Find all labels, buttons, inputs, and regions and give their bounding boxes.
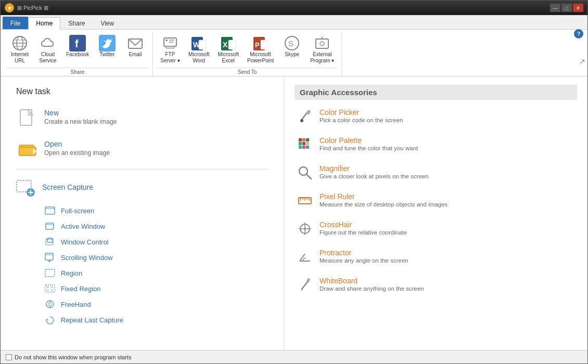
capture-fullscreen[interactable]: Full-screen [42, 203, 268, 218]
excel-label: MicrosoftExcel [218, 51, 239, 64]
svg-text:f: f [75, 38, 79, 49]
svg-rect-31 [19, 145, 25, 148]
new-task-item[interactable]: New Create a new blank image [16, 107, 268, 129]
protractor-text: Protractor Measure any angle on the scre… [319, 249, 575, 264]
svg-rect-16 [199, 40, 206, 49]
capture-region[interactable]: Region [42, 265, 268, 281]
protractor-desc: Measure any angle on the screen [319, 257, 575, 264]
ribbon-email[interactable]: Email [122, 34, 148, 59]
svg-rect-67 [299, 146, 302, 149]
color-picker-icon [297, 108, 313, 125]
pixel-ruler-item[interactable]: Pixel Ruler Measure the size of desktop … [295, 190, 577, 211]
svg-point-59 [300, 119, 303, 122]
crosshair-name: CrossHair [319, 220, 575, 229]
ribbon-external[interactable]: ExternalProgram ▾ [307, 34, 337, 65]
svg-rect-69 [306, 146, 309, 149]
ribbon-powerpoint[interactable]: P MicrosoftPowerPoint [244, 34, 277, 65]
color-palette-desc: Find and tune the color that you want [319, 145, 575, 151]
fullscreen-label: Full-screen [61, 207, 94, 215]
powerpoint-label: MicrosoftPowerPoint [247, 51, 274, 64]
svg-rect-66 [306, 142, 309, 145]
powerpoint-icon: P [252, 35, 269, 51]
main-content: New task New Create a new blank image Op… [1, 76, 587, 350]
color-picker-item[interactable]: Color Picker Pick a color code on the sc… [295, 106, 577, 127]
title-bar-left: ★ ⊞ PicPick ⊞ [5, 3, 48, 12]
ribbon: InternetURL CloudService f Facebook [1, 30, 587, 76]
crosshair-icon [297, 220, 313, 237]
color-palette-name: Color Palette [319, 136, 575, 145]
ribbon-internet-url[interactable]: InternetURL [7, 34, 33, 65]
ribbon-word[interactable]: W MicrosoftWord [185, 34, 213, 65]
accessories-title: Graphic Accessories [295, 85, 577, 100]
minimize-button[interactable]: — [550, 4, 560, 12]
close-button[interactable]: ✕ [573, 4, 583, 12]
word-label: MicrosoftWord [188, 51, 210, 64]
svg-rect-52 [52, 290, 53, 291]
tab-view[interactable]: View [93, 17, 122, 29]
dont-show-checkbox[interactable] [6, 354, 12, 360]
dont-show-checkbox-label[interactable]: Do not show this window when program sta… [6, 354, 131, 360]
svg-rect-62 [302, 138, 305, 141]
magnifier-desc: Give a closer look at pixels on the scre… [319, 173, 575, 179]
capture-scrolling-window[interactable]: Scrolling Window [42, 250, 268, 265]
help-button[interactable]: ? [574, 29, 583, 38]
open-task-desc: Open an existing image [44, 149, 266, 157]
svg-text:X: X [223, 41, 228, 49]
title-bar: ★ ⊞ PicPick ⊞ — □ ✕ [1, 1, 587, 15]
email-label: Email [129, 51, 142, 58]
svg-rect-65 [302, 142, 305, 145]
open-task-name: Open [44, 140, 266, 148]
svg-rect-50 [52, 287, 53, 288]
open-task-item[interactable]: Open Open an existing image [16, 138, 268, 161]
ribbon-cloud-service[interactable]: CloudService [35, 34, 61, 65]
divider [16, 169, 268, 170]
ribbon-facebook[interactable]: f Facebook [63, 34, 92, 59]
svg-rect-63 [306, 138, 309, 141]
whiteboard-name: WhiteBoard [319, 277, 575, 285]
svg-rect-64 [299, 142, 302, 145]
svg-rect-49 [47, 287, 48, 288]
color-picker-desc: Pick a color code on the screen [319, 117, 575, 123]
capture-window-control[interactable]: Window Control [42, 234, 268, 250]
ribbon-excel[interactable]: X MicrosoftExcel [214, 34, 242, 65]
whiteboard-desc: Draw and share anything on the screen [319, 285, 575, 292]
svg-text:S: S [288, 39, 293, 48]
facebook-label: Facebook [66, 51, 89, 58]
fixed-region-label: Fixed Region [61, 285, 101, 293]
color-palette-icon [297, 136, 313, 153]
ribbon-ftp[interactable]: FTPServer ▾ [157, 34, 183, 65]
capture-freehand[interactable]: FreeHand [42, 296, 268, 312]
tab-file[interactable]: File [3, 17, 28, 29]
whiteboard-text: WhiteBoard Draw and share anything on th… [319, 277, 575, 292]
sendto-group-label: Send To [157, 68, 337, 76]
region-label: Region [61, 269, 82, 277]
magnifier-item[interactable]: Magnifier Give a closer look at pixels o… [295, 162, 577, 183]
ribbon-group-share: InternetURL CloudService f Facebook [3, 32, 153, 76]
ribbon-twitter[interactable]: Twitter [94, 34, 120, 59]
maximize-button[interactable]: □ [561, 4, 572, 12]
tab-share[interactable]: Share [60, 17, 93, 29]
share-items: InternetURL CloudService f Facebook [7, 32, 148, 68]
ribbon-skype[interactable]: S Skype [279, 34, 305, 59]
capture-fixed-region[interactable]: Fixed Region [42, 281, 268, 296]
ftp-label: FTPServer ▾ [160, 51, 180, 64]
crosshair-item[interactable]: CrossHair Figure out the relative coordi… [295, 218, 577, 239]
magnifier-icon [297, 164, 313, 181]
protractor-item[interactable]: Protractor Measure any angle on the scre… [295, 246, 577, 267]
capture-active-window[interactable]: Active Window [42, 218, 268, 234]
protractor-icon [297, 249, 313, 265]
svg-rect-43 [45, 253, 53, 260]
capture-repeat-last[interactable]: Repeat Last Capture [42, 312, 268, 328]
open-task-text: Open Open an existing image [44, 140, 266, 157]
new-task-text: New Create a new blank image [44, 109, 266, 125]
repeat-last-icon [44, 314, 56, 326]
ribbon-expand-icon[interactable]: ↗ [579, 57, 585, 66]
whiteboard-item[interactable]: WhiteBoard Draw and share anything on th… [295, 275, 577, 295]
color-palette-item[interactable]: Color Palette Find and tune the color th… [295, 134, 577, 155]
svg-rect-22 [261, 40, 268, 49]
cloud-service-label: CloudService [39, 51, 56, 64]
svg-rect-13 [166, 46, 174, 48]
svg-marker-57 [46, 318, 48, 320]
screen-capture-header[interactable]: Screen Capture [16, 178, 268, 197]
tab-home[interactable]: Home [28, 17, 60, 30]
